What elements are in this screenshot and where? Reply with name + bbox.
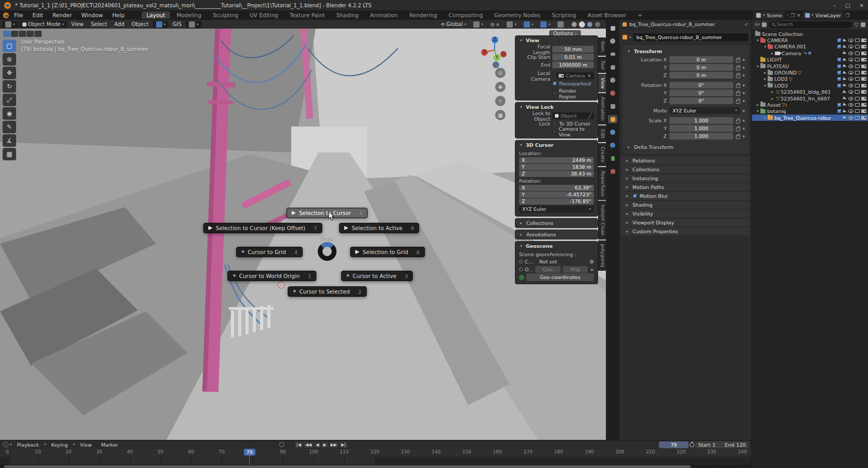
jump-to-end-button[interactable]: ▶| [340, 442, 347, 448]
exclude-checkbox[interactable] [837, 57, 841, 62]
object-name-field[interactable]: bq_Tree_Quercus-robur_B_summer [633, 33, 748, 41]
panel-annotations[interactable]: ▸Annotations [515, 230, 598, 239]
section-visibility[interactable]: ▸Visibility [621, 210, 749, 218]
proj-button[interactable]: Proj [563, 266, 588, 273]
scale-y-field[interactable]: 1.000 [669, 125, 733, 132]
outliner-search[interactable]: Search [769, 21, 852, 28]
selectable-icon[interactable] [843, 64, 847, 68]
next-keyframe-button[interactable]: ▶▶ [329, 442, 339, 448]
tool-rotate[interactable]: ↻ [3, 80, 16, 93]
animate-dot-icon[interactable] [743, 84, 745, 86]
menu-keying[interactable]: Keying [47, 441, 72, 448]
select-mode-subtract[interactable] [19, 31, 26, 37]
viewport-disable-icon[interactable] [855, 97, 860, 100]
tab-asset-browser[interactable]: Asset Browser [582, 11, 632, 19]
loc-x-field[interactable]: 0 m [669, 56, 733, 63]
shading-wireframe-icon[interactable] [572, 22, 577, 27]
timeline-editor-icon[interactable] [3, 441, 9, 448]
camera-to-view-checkbox[interactable] [552, 129, 556, 134]
add-button[interactable]: + [590, 267, 594, 272]
chevron-down-icon[interactable]: ▾ [519, 143, 524, 147]
rot-y-field[interactable]: 0° [669, 90, 733, 96]
cursor-x-field[interactable]: X2449 m [519, 157, 594, 163]
outliner-row-camera-object[interactable]: ▸Camera↷ [752, 50, 868, 56]
lock-icon[interactable] [736, 92, 740, 96]
selectable-icon[interactable] [843, 51, 847, 55]
selectable-icon[interactable] [843, 77, 847, 81]
sidebar-tab-create[interactable]: Create [598, 143, 606, 166]
sidebar-tab-view[interactable]: View [598, 74, 606, 92]
menu-view[interactable]: View [76, 441, 96, 448]
lock-icon[interactable] [736, 84, 740, 88]
hide-icon[interactable] [848, 39, 853, 42]
animate-dot-icon[interactable] [743, 100, 745, 102]
sidebar-tab-powersave[interactable]: PowerSave [598, 167, 606, 200]
animate-dot-icon[interactable] [743, 128, 745, 130]
sidebar-tab-instant-clean[interactable]: Instant Clean [598, 201, 606, 239]
hide-icon[interactable] [848, 45, 853, 48]
lock-icon[interactable] [736, 67, 740, 70]
chevron-down-icon[interactable]: ▾ [519, 244, 524, 248]
tab-layout[interactable]: Layout [141, 11, 171, 19]
viewport-3d[interactable]: ▾ Object Mode▾ View Select Add Object ▾ … [0, 20, 606, 440]
mode-selector[interactable]: Object Mode▾ [19, 21, 68, 28]
menu-edit[interactable]: Edit [29, 11, 47, 19]
outliner-row-scene-collection[interactable]: Scene Collection [752, 31, 868, 37]
proportional-edit-toggle[interactable]: ◎∧ [487, 21, 502, 28]
cursor-rz-field[interactable]: Z-176.85° [519, 198, 594, 205]
render-disable-icon[interactable] [861, 103, 866, 107]
tool-measure[interactable]: ∡ [3, 134, 16, 147]
tool-add-cube[interactable]: ▦ [3, 148, 16, 160]
hide-icon[interactable] [848, 77, 853, 81]
pan-hand-icon[interactable]: ✥ [495, 82, 506, 92]
exclude-checkbox[interactable] [837, 109, 841, 113]
viewport-disable-icon[interactable] [855, 71, 860, 74]
menu-help[interactable]: Help [108, 11, 129, 19]
viewlayer-properties-icon[interactable] [608, 63, 617, 71]
shading-solid-icon[interactable] [579, 22, 585, 27]
lock-to-object-field[interactable]: Object╱ [552, 112, 594, 119]
pie-cursor-to-selected[interactable]: ⌖Cursor to Selected2 [288, 286, 367, 297]
outliner-row-lod3-collection[interactable]: ▾LOD3 [752, 82, 868, 88]
rot-x-field[interactable]: 0° [669, 82, 733, 88]
outliner-row-lod2-collection[interactable]: ▸LOD2▽ [752, 76, 868, 82]
pie-cursor-to-active[interactable]: ⌖Cursor to Active3 [341, 271, 413, 281]
menu-gis[interactable]: GIS [170, 21, 185, 28]
physics-properties-icon[interactable] [608, 141, 617, 149]
zoom-icon[interactable]: ⊙ [495, 68, 506, 78]
tool-scale[interactable]: ⤢ [3, 94, 16, 106]
viewport-disable-icon[interactable] [855, 103, 860, 107]
output-properties-icon[interactable] [608, 50, 617, 58]
blender-menu-icon[interactable] [3, 12, 9, 18]
local-camera-checkbox[interactable] [552, 73, 554, 78]
ortho-toggle-icon[interactable]: ▦ [495, 110, 506, 120]
delta-transform-section[interactable]: Delta Transform [634, 144, 673, 150]
tab-shading[interactable]: Shading [331, 11, 364, 19]
viewport-disable-icon[interactable] [855, 109, 860, 113]
animate-dot-icon[interactable] [743, 59, 745, 61]
cursor-rx-field[interactable]: X63.39° [519, 185, 594, 191]
to-3d-cursor-checkbox[interactable] [552, 121, 557, 126]
world-properties-icon[interactable] [608, 89, 617, 97]
section-shading[interactable]: ▸Shading [621, 201, 749, 209]
selectable-icon[interactable] [843, 90, 847, 94]
selectable-icon[interactable] [843, 83, 847, 87]
geo-coordinates-button[interactable]: Geo-coordinates [526, 273, 594, 281]
sidebar-tab-animation[interactable]: Animation [598, 93, 606, 124]
viewport-disable-icon[interactable] [855, 116, 860, 120]
render-disable-icon[interactable] [861, 90, 866, 94]
outliner-row-botaniq-collection[interactable]: ▾botaniq [752, 108, 868, 115]
lock-icon[interactable] [736, 100, 740, 104]
hide-icon[interactable] [848, 90, 853, 94]
select-mode-intersect[interactable] [34, 31, 42, 37]
outliner-row-light-collection[interactable]: LIGHT [752, 57, 868, 63]
display-mode-icon[interactable] [762, 22, 767, 27]
timeline-scrollbar[interactable] [0, 465, 752, 468]
tab-scripting[interactable]: Scripting [547, 11, 581, 19]
viewport-disable-icon[interactable] [855, 58, 860, 61]
camera-view-icon[interactable]: ⌗ [495, 96, 506, 106]
hide-icon[interactable] [848, 71, 853, 74]
lock-icon[interactable] [736, 59, 740, 62]
render-disable-icon[interactable] [861, 77, 866, 81]
rot-z-field[interactable]: 0° [669, 97, 733, 104]
